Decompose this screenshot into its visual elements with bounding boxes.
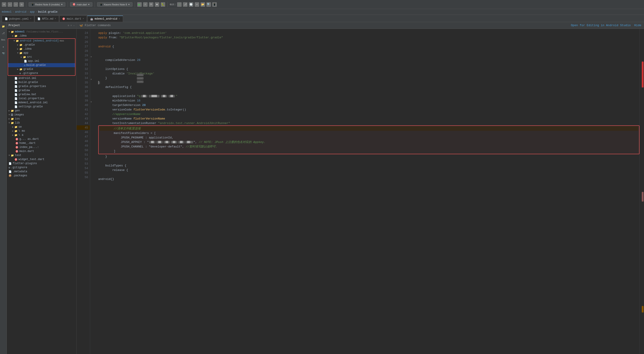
code-content[interactable]: ▼ ▼ ▼ apply plugin: 'com.android.applica…	[90, 29, 640, 354]
sidebar-item-idea2[interactable]: ▶ 📁 .idea	[8, 47, 75, 51]
code-token: }	[98, 77, 107, 80]
hot-restart-icon[interactable]: ⟳	[149, 2, 154, 7]
close-tab-android[interactable]: ×	[119, 18, 120, 20]
sidebar-item-android-iml[interactable]: ▶ 📄 android.iml	[7, 76, 76, 80]
code-token: 28	[137, 58, 140, 62]
sidebar-item-gradlew[interactable]: ▶ 📄 gradlew	[7, 88, 76, 93]
favorites-icon[interactable]: ★	[1, 44, 6, 49]
code-token: 16	[137, 99, 140, 102]
sidebar-item-mo[interactable]: ▶ 📁 \ mo	[7, 129, 76, 133]
hot-reload-icon[interactable]: ⚡	[143, 2, 148, 7]
blurred-token2: ████	[149, 95, 160, 97]
sidebar-item-widget-test[interactable]: ▶ 🎯 widget_test.dart	[7, 157, 76, 161]
fold-arrow-32[interactable]: ▼	[90, 56, 92, 58]
bat-icon: 📄	[14, 93, 18, 96]
debug-icon[interactable]: 🐛	[161, 2, 165, 7]
sidebar-item-app-iml[interactable]: ▶ 📄 app.iml	[8, 59, 75, 63]
gradle-file-icon: 📄	[14, 81, 18, 84]
refresh-icon[interactable]: ↻	[20, 2, 24, 7]
tab-pubspec[interactable]: 📄 pubspec.yaml ×	[2, 16, 34, 22]
breadcrumb-android[interactable]: android	[15, 10, 26, 14]
sidebar-item-root-build-gradle[interactable]: ▶ 📄 build.gradle	[7, 80, 76, 84]
sidebar-item-metadata[interactable]: 📄 .metadata	[7, 170, 76, 174]
open-android-studio-link[interactable]: Open for Editing in Android Studio	[571, 24, 631, 27]
close-tab-main[interactable]: ×	[83, 18, 84, 20]
back-icon[interactable]: ←	[8, 2, 12, 7]
sidebar-item-gradle[interactable]: ▶ 📁 gradle	[8, 67, 75, 71]
menu-icon[interactable]: ≡	[2, 2, 6, 7]
code-token: //暂时填写默认值即可.	[186, 145, 217, 149]
fold-arrow-36[interactable]: ▼	[90, 79, 92, 81]
sidebar-item-android[interactable]: ▼ 📁 android [mdemo1_android] mas	[8, 39, 75, 43]
tab-apis[interactable]: 📄 APIs.md ×	[34, 16, 59, 22]
sidebar-label: index_pa...:	[20, 146, 39, 149]
sidebar-item-gradle-hidden[interactable]: ▶ 📁 .gradle	[8, 43, 75, 47]
right-gutter[interactable]	[640, 29, 644, 354]
code-token: flutterVersionName	[134, 117, 165, 120]
sidebar-item-mdemo1[interactable]: ▼ 📁 mdemo1 /Volumes/code/mo_flutt...	[7, 30, 76, 34]
folder-icon: 📁	[14, 130, 18, 133]
sidebar-item-build-gradle[interactable]: ▶ ⚙ build.gradle	[8, 63, 75, 67]
code-token: release {	[98, 168, 128, 172]
sidebar-item-test[interactable]: ▼ 📁 test	[7, 153, 76, 157]
test-folder-icon: 📁	[11, 154, 14, 157]
sidebar-item-gradle-props[interactable]: ▶ 📄 gradle.properties	[7, 84, 76, 88]
git-branch-icon[interactable]: ⎇	[183, 2, 188, 7]
file-selector[interactable]: 🎯 main.dart ▼	[70, 2, 92, 7]
git-checkmark-icon[interactable]: ✓	[177, 2, 182, 7]
git-undo-icon[interactable]: ↩	[195, 2, 199, 7]
line-num-31: 31	[76, 62, 90, 67]
stop-icon[interactable]: ■	[155, 2, 159, 7]
vcs-icon[interactable]: ⎇	[1, 31, 6, 36]
sidebar-item-gitignore-root[interactable]: ⚙ .gitignore	[7, 166, 76, 170]
sidebar-item-src[interactable]: ▶ 📁 src	[8, 55, 75, 59]
tab-main-dart[interactable]: 🎯 main.dart ×	[59, 16, 87, 22]
code-line-31	[98, 62, 640, 67]
sidebar-item-gradlew-bat[interactable]: ▶ 📄 gradlew.bat	[7, 93, 76, 97]
sidebar-item-mdemo1-android-iml[interactable]: ▶ 📄 mdemo1_android.iml	[7, 101, 76, 105]
plugins-icon: 📄	[8, 162, 12, 165]
device-selector[interactable]: 📱 Redmi Note 8 (mobile) ▼	[28, 2, 65, 7]
tab-android[interactable]: 🤖 mdemo1_android ×	[87, 16, 123, 22]
git-clock-icon[interactable]: 🕐	[189, 2, 193, 7]
arrow-icon: ▼	[8, 122, 10, 124]
breadcrumb-app[interactable]: app	[30, 10, 35, 14]
sidebar-item-a[interactable]: ▶ 📁 \ a	[7, 133, 76, 137]
sidebar-item-idea[interactable]: ▶ 📁 .idea	[7, 34, 76, 38]
hide-button[interactable]: Hide	[634, 24, 641, 27]
close-tab-apis[interactable]: ×	[55, 18, 56, 20]
sidebar-item-packages[interactable]: 📦 .packages	[7, 174, 76, 178]
sidebar-item-g-dart[interactable]: ▶ 🎯 g... as.dart	[7, 137, 76, 141]
search-icon[interactable]: 🔍	[206, 2, 211, 7]
breadcrumb-file[interactable]: build.gradle	[38, 10, 58, 14]
project-panel-icon[interactable]: 📁	[1, 24, 6, 29]
fold-arrow-38[interactable]: ▼	[90, 101, 92, 103]
file-manager-icon[interactable]: 📂	[200, 2, 205, 7]
forward-icon[interactable]: →	[14, 2, 18, 7]
sidebar-item-images[interactable]: ▼ 🖼 images	[7, 113, 76, 117]
device2-selector[interactable]: 📱 Xiaomi Redmi Note 8 ▼	[97, 2, 132, 7]
sidebar-item-local-props[interactable]: ▶ 📄 local.properties	[7, 97, 76, 101]
sidebar-item-app[interactable]: ▼ 📁 app	[8, 51, 75, 55]
phone2-icon[interactable]: 📱	[212, 2, 217, 7]
line-num-41: 41	[76, 107, 90, 112]
sidebar-item-flutter-plugins[interactable]: 📄 flutter-plugins	[7, 161, 76, 166]
close-tab-pubspec[interactable]: ×	[30, 18, 31, 20]
sidebar-item-lib[interactable]: ▼ 📁 lib	[7, 121, 76, 125]
arrow-icon: ▶	[17, 44, 18, 46]
sidebar-item-gen[interactable]: ▶ 📁 gen	[7, 109, 76, 113]
run-icon[interactable]: ▶	[137, 2, 142, 7]
captures-icon[interactable]: 📷	[1, 51, 6, 56]
sidebar-item-gitignore-android[interactable]: ▶ ⚙ .gitignore	[8, 71, 75, 75]
sidebar-item-main-dart[interactable]: ▶ 🎯 main.dart	[7, 149, 76, 153]
sidebar-item-ios[interactable]: ▶ 📁 ios	[7, 117, 76, 121]
sidebar-branch: mas	[60, 40, 64, 42]
sidebar-item-settings-gradle[interactable]: ▶ 📄 settings.gradle	[7, 105, 76, 109]
sidebar-item-index-dart[interactable]: ▶ 🎯 index_pa...:	[7, 145, 76, 149]
breadcrumb-project[interactable]: mdemo1	[2, 10, 12, 14]
resource-manager-icon[interactable]: Res	[1, 38, 6, 42]
sidebar-label: main.dart	[20, 150, 34, 153]
sidebar-item-se[interactable]: ▶ 📁 se	[7, 125, 76, 129]
sidebar-label: lib	[15, 121, 20, 125]
sidebar-item-home-dart[interactable]: ▶ 🎯 home_.dart	[7, 141, 76, 145]
